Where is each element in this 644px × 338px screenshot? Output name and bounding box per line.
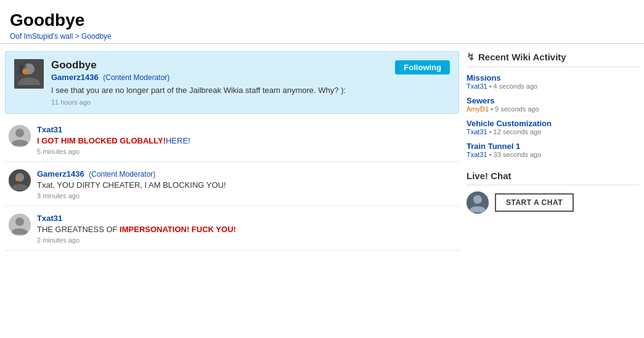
- live-chat-avatar: [467, 191, 489, 214]
- reply-avatar-3: [9, 214, 31, 236]
- svg-point-8: [15, 177, 19, 181]
- wiki-activity-user[interactable]: Txat31: [467, 82, 487, 90]
- reply-post: Txat31 I GOT HIM BLOCKED GLOBALLY!HERE! …: [5, 119, 459, 162]
- reply-avatar-1: [9, 125, 31, 147]
- wiki-activity-meta: Txat31 • 12 seconds ago: [467, 128, 639, 135]
- activity-icon: ↯: [467, 51, 475, 63]
- live-chat-title: Live! Chat: [467, 171, 639, 185]
- svg-point-3: [22, 68, 28, 74]
- breadcrumb-current: Goodbye: [81, 32, 112, 41]
- reply-text-2: Txat, YOU DIRTY CHEATER, I AM BLOCKING Y…: [37, 180, 455, 190]
- reply-content-2: Gamerz1436 (Content Moderator) Txat, YOU…: [37, 169, 455, 199]
- page-wrapper: Goodbye Oof ImStupid's wall > Goodbye: [0, 0, 644, 338]
- main-post-body: Goodbye Gamerz1436 (Content Moderator) I…: [51, 59, 450, 106]
- main-content: Goodbye Gamerz1436 (Content Moderator) I…: [0, 44, 644, 259]
- reply-post: Gamerz1436 (Content Moderator) Txat, YOU…: [5, 163, 459, 206]
- main-post-header: Goodbye Gamerz1436 (Content Moderator) I…: [14, 59, 450, 106]
- svg-point-5: [15, 129, 24, 137]
- main-post-role: (Content Moderator): [103, 73, 169, 82]
- reply-content-3: Txat31 THE GREATNESS OF IMPERSONATION! F…: [37, 214, 455, 244]
- main-post-author[interactable]: Gamerz1436: [51, 73, 99, 82]
- main-post-card: Goodbye Gamerz1436 (Content Moderator) I…: [5, 51, 459, 114]
- main-post-author-line: Gamerz1436 (Content Moderator): [51, 73, 450, 82]
- breadcrumb-wall-link[interactable]: Oof ImStupid's wall: [10, 32, 73, 41]
- live-chat-content: START A CHAT: [467, 191, 639, 214]
- reply-time-1: 5 minutes ago: [37, 148, 455, 155]
- page-header: Goodbye Oof ImStupid's wall > Goodbye: [0, 0, 644, 44]
- start-chat-button[interactable]: START A CHAT: [495, 193, 574, 212]
- recent-wiki-activity-title: ↯ Recent Wiki Activity: [467, 51, 639, 67]
- wiki-activity-item: Train Tunnel 1 Txat31 • 33 seconds ago: [467, 142, 639, 158]
- reply-content-1: Txat31 I GOT HIM BLOCKED GLOBALLY!HERE! …: [37, 125, 455, 155]
- following-button[interactable]: Following: [395, 60, 450, 74]
- wiki-activity-user[interactable]: Txat31: [467, 128, 487, 135]
- reply-text-3: THE GREATNESS OF IMPERSONATION! FUCK YOU…: [37, 225, 455, 234]
- reply-time-3: 2 minutes ago: [37, 236, 455, 244]
- main-post-title: Goodbye: [51, 59, 450, 71]
- main-post-text: I see that you are no longer part of the…: [51, 86, 450, 95]
- main-post-avatar: [14, 59, 44, 89]
- reply-author-3[interactable]: Txat31: [37, 214, 62, 223]
- wiki-activity-page-link[interactable]: Train Tunnel 1: [467, 142, 520, 151]
- wiki-activity-item: Sewers AmyD1 • 9 seconds ago: [467, 96, 639, 113]
- wiki-activity-user[interactable]: AmyD1: [467, 105, 489, 113]
- left-column: Goodbye Gamerz1436 (Content Moderator) I…: [5, 51, 459, 252]
- page-title: Goodbye: [10, 10, 634, 31]
- wiki-activity-user[interactable]: Txat31: [467, 151, 487, 158]
- main-post-time: 11 hours ago: [51, 99, 450, 106]
- reply-avatar-2: [9, 169, 31, 191]
- wiki-activity-page-link[interactable]: Vehicle Customization: [467, 119, 552, 128]
- breadcrumb: Oof ImStupid's wall > Goodbye: [10, 32, 634, 41]
- reply-time-2: 3 minutes ago: [37, 192, 455, 199]
- reply-author-1[interactable]: Txat31: [37, 125, 62, 134]
- wiki-activity-meta: Txat31 • 33 seconds ago: [467, 151, 639, 158]
- reply-text-1: I GOT HIM BLOCKED GLOBALLY!HERE!: [37, 136, 455, 145]
- wiki-activity-item: Missions Txat31 • 4 seconds ago: [467, 73, 639, 90]
- breadcrumb-separator: >: [75, 32, 79, 41]
- recent-wiki-activity-section: ↯ Recent Wiki Activity Missions Txat31 •…: [467, 51, 639, 158]
- live-chat-section: Live! Chat START A CHAT: [467, 171, 639, 214]
- wiki-activity-meta: AmyD1 • 9 seconds ago: [467, 105, 639, 113]
- svg-point-12: [473, 195, 482, 204]
- right-sidebar: ↯ Recent Wiki Activity Missions Txat31 •…: [467, 51, 639, 252]
- wiki-activity-meta: Txat31 • 4 seconds ago: [467, 82, 639, 90]
- wiki-activity-page-link[interactable]: Missions: [467, 73, 501, 82]
- reply-post: Txat31 THE GREATNESS OF IMPERSONATION! F…: [5, 207, 459, 251]
- wiki-activity-page-link[interactable]: Sewers: [467, 96, 495, 105]
- reply-role-2: (Content Moderator): [89, 170, 155, 179]
- wiki-activity-item: Vehicle Customization Txat31 • 12 second…: [467, 119, 639, 135]
- reply-author-2[interactable]: Gamerz1436: [37, 169, 84, 179]
- svg-point-10: [15, 217, 24, 226]
